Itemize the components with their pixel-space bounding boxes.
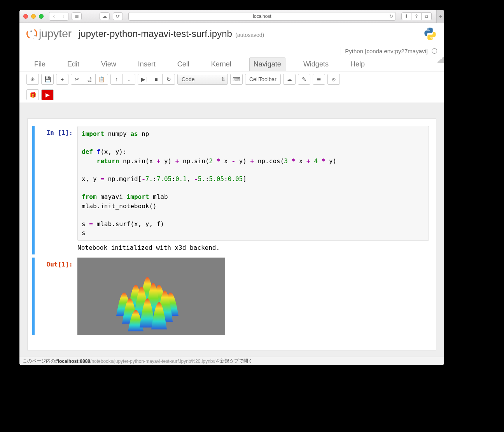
kernel-name: Python [conda env:py27mayavi] — [345, 48, 428, 54]
menu-cell[interactable]: Cell — [173, 58, 193, 71]
edit-mode-indicator-icon — [437, 56, 444, 63]
add-cell-button[interactable]: + — [56, 74, 68, 85]
github-button[interactable]: ⎋ — [327, 74, 340, 85]
kernel-bar: Python [conda env:py27mayavi] — [19, 44, 444, 57]
input-prompt: In [1]: — [35, 126, 77, 254]
notebook-title-text: jupyter-python-mayavi-test-surf.ipynb — [79, 28, 232, 39]
jupyter-header: jupyter jupyter-python-mayavi-test-surf.… — [19, 23, 444, 44]
status-host: #localhost:8888 — [55, 359, 90, 364]
jupyter-logo-icon — [26, 28, 37, 39]
sidebar-toggle-button[interactable]: ▥ — [72, 12, 82, 20]
menu-view[interactable]: View — [97, 58, 120, 71]
menu-navigate[interactable]: Navigate — [249, 57, 285, 71]
new-tab-button[interactable]: + — [436, 10, 444, 23]
status-pre: このページ内の — [23, 358, 55, 364]
icloud-tabs-button[interactable]: ☁ — [100, 12, 110, 20]
share-button[interactable]: ⇪ — [411, 12, 422, 20]
minimize-window-button[interactable] — [31, 14, 36, 19]
downloads-button[interactable]: ⬇ — [401, 12, 411, 20]
youtube-button[interactable]: ▶ — [41, 89, 54, 100]
status-post: を新規タブで開く — [215, 358, 253, 364]
restart-button[interactable]: ↻ — [163, 74, 175, 85]
jupyter-logo[interactable]: jupyter — [26, 28, 72, 40]
status-path: /notebooks/jupyter-python-mayavi-test-su… — [90, 359, 215, 364]
code-input[interactable]: import numpy as np def f(x, y): return n… — [77, 126, 429, 241]
menu-bar: File Edit View Insert Cell Kernel Naviga… — [19, 57, 444, 71]
close-window-button[interactable] — [23, 14, 28, 19]
jupyter-logo-text: jupyter — [39, 28, 72, 40]
stream-output: Notebook initialized with x3d backend. — [77, 241, 429, 254]
gift-button[interactable]: 🎁 — [26, 89, 39, 100]
refresh-page-button[interactable]: ⟳ — [113, 12, 123, 20]
notebook-area[interactable]: In [1]: import numpy as np def f(x, y): … — [19, 103, 444, 365]
toc-button[interactable]: ≣ — [313, 74, 325, 85]
nav-back-button[interactable]: ‹ — [49, 12, 59, 20]
move-down-button[interactable]: ↓ — [123, 74, 135, 85]
fullscreen-window-button[interactable] — [39, 14, 44, 19]
menu-widgets[interactable]: Widgets — [299, 58, 332, 71]
command-palette-button[interactable]: ⌨ — [230, 74, 243, 85]
output-cell: Out[1]: — [32, 258, 429, 335]
stop-button[interactable]: ■ — [150, 74, 163, 85]
cloud-button[interactable]: ☁ — [283, 74, 296, 85]
disk-save-button[interactable]: 💾 — [41, 74, 54, 85]
paste-button[interactable]: 📋 — [96, 74, 108, 85]
python-kernel-icon — [423, 27, 437, 41]
autosave-label: (autosaved) — [235, 32, 264, 38]
menu-insert[interactable]: Insert — [134, 58, 159, 71]
nav-buttons: ‹ › — [49, 12, 68, 21]
traffic-lights — [23, 14, 44, 19]
menu-kernel[interactable]: Kernel — [207, 58, 235, 71]
menu-help[interactable]: Help — [346, 58, 369, 71]
nav-forward-button[interactable]: › — [59, 12, 68, 20]
celltype-value: Code — [182, 76, 194, 82]
browser-titlebar: ‹ › ▥ ☁ ⟳ localhost ↻ ⬇ ⇪ ⧉ + — [19, 10, 444, 23]
celltype-select[interactable]: Code — [177, 74, 228, 85]
output-prompt: Out[1]: — [35, 258, 77, 335]
safari-window: ‹ › ▥ ☁ ⟳ localhost ↻ ⬇ ⇪ ⧉ + jupyter ju… — [19, 10, 444, 365]
code-cell[interactable]: In [1]: import numpy as np def f(x, y): … — [32, 126, 429, 254]
toolbar: ✳ 💾 + ✂ ⿻ 📋 ↑ ↓ ▶| ■ ↻ Code ⌨ CellToolba… — [19, 71, 444, 103]
save-button[interactable]: ✳ — [26, 74, 39, 85]
mayavi-surface-plot[interactable] — [77, 258, 225, 335]
move-up-button[interactable]: ↑ — [110, 74, 123, 85]
celltoolbar-label[interactable]: CellToolbar — [245, 74, 281, 85]
menu-file[interactable]: File — [30, 58, 49, 71]
copy-button[interactable]: ⿻ — [83, 74, 96, 85]
address-text: localhost — [253, 14, 271, 19]
run-button[interactable]: ▶| — [138, 74, 150, 85]
toolbar-right: ⬇ ⇪ ⧉ — [401, 12, 432, 20]
menu-edit[interactable]: Edit — [63, 58, 83, 71]
cut-button[interactable]: ✂ — [71, 74, 83, 85]
notebook-title[interactable]: jupyter-python-mayavi-test-surf.ipynb (a… — [79, 28, 264, 39]
address-bar[interactable]: localhost ↻ — [128, 12, 396, 21]
reload-icon[interactable]: ↻ — [389, 14, 393, 19]
paint-button[interactable]: ✎ — [298, 74, 310, 85]
kernel-indicator-icon — [432, 48, 437, 54]
browser-status-bar: このページ内の#localhost:8888/notebooks/jupyter… — [19, 357, 444, 365]
show-tabs-button[interactable]: ⧉ — [422, 12, 432, 20]
notebook-container: In [1]: import numpy as np def f(x, y): … — [27, 118, 436, 350]
